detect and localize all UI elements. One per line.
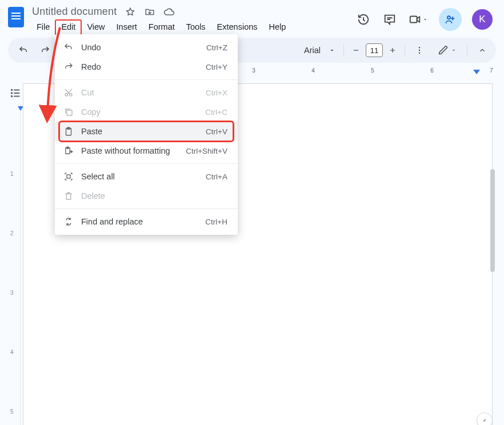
font-size-input[interactable]: [366, 43, 383, 57]
move-to-folder-icon[interactable]: [144, 6, 155, 18]
vertical-ruler[interactable]: 12345: [8, 105, 21, 425]
menu-tools[interactable]: Tools: [181, 20, 211, 35]
menu-item-paste-without-formatting[interactable]: Paste without formattingCtrl+Shift+V: [55, 141, 238, 161]
menu-item-label: Undo: [81, 43, 199, 52]
font-name: Arial: [303, 43, 325, 57]
menu-item-accel: Ctrl+Z: [206, 43, 227, 52]
doc-title[interactable]: Untitled document: [31, 5, 117, 19]
history-icon[interactable]: [355, 11, 371, 27]
meet-icon[interactable]: [408, 11, 429, 27]
menu-item-label: Cut: [81, 88, 199, 97]
ruler-h-number: 3: [252, 67, 255, 74]
tab-stop-marker[interactable]: [473, 70, 480, 74]
divider: [405, 44, 405, 57]
account-avatar[interactable]: K: [472, 9, 493, 30]
menu-item-redo[interactable]: RedoCtrl+Y: [55, 57, 238, 77]
titlebar: Untitled document FileEditViewInsertForm…: [0, 0, 504, 34]
menu-item-accel: Ctrl+Y: [206, 63, 227, 71]
edit-menu: UndoCtrl+ZRedoCtrl+YCutCtrl+XCopyCtrl+CP…: [55, 34, 238, 235]
increase-font-size-button[interactable]: [386, 42, 399, 59]
svg-point-3: [419, 50, 420, 51]
divider: [467, 44, 467, 57]
font-size-stepper: [350, 42, 399, 59]
undo-button[interactable]: [15, 42, 32, 59]
ruler-h-number: 5: [371, 67, 374, 74]
more-icon[interactable]: [411, 42, 428, 59]
menu-item-accel: Ctrl+X: [206, 89, 227, 97]
menu-item-delete: Delete: [55, 186, 238, 206]
menu-item-label: Paste without formatting: [81, 146, 179, 155]
editing-mode-button[interactable]: [433, 43, 462, 58]
menu-item-accel: Ctrl+A: [206, 173, 227, 181]
ruler-v-number: 2: [10, 230, 14, 236]
menu-item-label: Find and replace: [81, 217, 198, 226]
ruler-v-number: 5: [10, 408, 14, 415]
menu-item-accel: Ctrl+Shift+V: [186, 147, 227, 155]
ruler-h-number: 6: [430, 67, 434, 74]
menu-item-find-and-replace[interactable]: Find and replaceCtrl+H: [55, 212, 238, 231]
menu-item-label: Paste: [81, 127, 199, 136]
svg-rect-10: [67, 110, 72, 115]
svg-point-4: [419, 52, 420, 53]
menubar: FileEditViewInsertFormatToolsExtensionsH…: [31, 20, 355, 35]
menu-help[interactable]: Help: [263, 20, 292, 35]
title-icons: [125, 6, 175, 18]
ruler-h-number: 4: [311, 67, 315, 74]
svg-point-8: [65, 94, 68, 97]
menu-item-accel: Ctrl+V: [206, 127, 227, 136]
svg-point-7: [11, 96, 13, 97]
collapse-toolbar-button[interactable]: [472, 40, 493, 61]
share-button[interactable]: [439, 8, 462, 31]
title-col: Untitled document FileEditViewInsertForm…: [31, 5, 355, 35]
menu-item-accel: Ctrl+H: [205, 218, 227, 226]
comment-icon[interactable]: [382, 11, 398, 27]
menu-file[interactable]: File: [31, 20, 55, 35]
svg-point-1: [447, 16, 450, 19]
vertical-scrollbar[interactable]: [490, 169, 495, 272]
menu-item-select-all[interactable]: Select allCtrl+A: [55, 167, 238, 186]
copy-icon: [63, 107, 74, 117]
cloud-status-icon[interactable]: [163, 6, 175, 18]
ruler-h-number: 7: [490, 67, 493, 74]
svg-point-6: [11, 93, 13, 94]
redo-button[interactable]: [37, 42, 54, 59]
svg-rect-15: [67, 175, 70, 178]
ruler-v-number: 1: [10, 171, 14, 177]
explore-button[interactable]: [477, 412, 493, 425]
menu-item-cut: CutCtrl+X: [55, 83, 238, 102]
menu-item-undo[interactable]: UndoCtrl+Z: [55, 38, 238, 57]
ruler-v-number: 3: [10, 290, 14, 296]
docs-logo[interactable]: [8, 7, 24, 27]
menu-item-label: Copy: [81, 107, 198, 117]
divider: [343, 44, 344, 57]
svg-rect-0: [410, 17, 417, 23]
menu-extensions[interactable]: Extensions: [211, 20, 263, 35]
menu-format[interactable]: Format: [143, 20, 181, 35]
decrease-font-size-button[interactable]: [350, 42, 362, 59]
menu-item-paste[interactable]: PasteCtrl+V: [55, 122, 238, 141]
menu-item-label: Select all: [81, 172, 199, 181]
redo-icon: [63, 62, 74, 72]
menu-item-label: Redo: [81, 62, 199, 71]
paste-no-format-icon: [63, 146, 74, 156]
ruler-v-marker[interactable]: [18, 106, 22, 111]
paste-icon: [63, 126, 74, 137]
svg-point-5: [11, 90, 13, 91]
menu-item-label: Delete: [81, 191, 221, 201]
menu-item-copy: CopyCtrl+C: [55, 102, 238, 122]
document-outline-button[interactable]: [9, 87, 23, 101]
cut-icon: [63, 87, 74, 98]
menu-insert[interactable]: Insert: [111, 20, 143, 35]
undo-icon: [63, 42, 74, 53]
star-icon[interactable]: [125, 6, 136, 18]
menu-edit[interactable]: Edit: [55, 20, 81, 35]
svg-point-2: [419, 47, 420, 48]
select-all-icon: [63, 171, 74, 182]
font-picker[interactable]: Arial: [301, 43, 338, 57]
menu-view[interactable]: View: [81, 20, 110, 35]
ruler-v-number: 4: [10, 349, 14, 355]
header-right-actions: K: [355, 5, 496, 31]
find-replace-icon: [63, 216, 74, 227]
menu-item-accel: Ctrl+C: [205, 108, 227, 117]
svg-point-9: [70, 94, 73, 97]
